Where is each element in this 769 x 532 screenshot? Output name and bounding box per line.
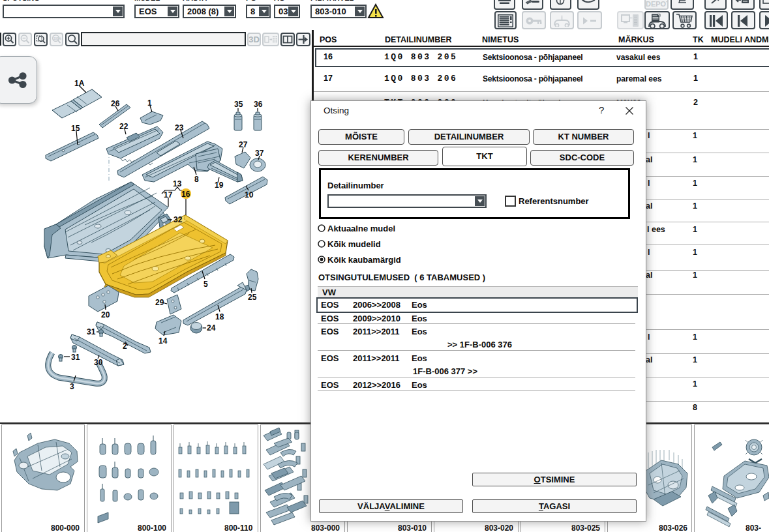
svg-text:19: 19 bbox=[215, 181, 224, 190]
svg-text:27: 27 bbox=[239, 140, 248, 149]
svg-text:30: 30 bbox=[94, 358, 103, 367]
svg-text:1: 1 bbox=[147, 98, 152, 108]
svg-text:1A: 1A bbox=[74, 79, 85, 88]
svg-text:25: 25 bbox=[248, 293, 257, 302]
svg-text:31: 31 bbox=[87, 327, 96, 336]
svg-text:36: 36 bbox=[254, 100, 263, 109]
svg-text:10: 10 bbox=[245, 190, 254, 200]
svg-text:3: 3 bbox=[70, 382, 74, 391]
svg-text:32: 32 bbox=[173, 215, 183, 224]
svg-text:37: 37 bbox=[255, 149, 264, 158]
svg-text:22: 22 bbox=[119, 122, 128, 131]
svg-text:16: 16 bbox=[181, 190, 190, 199]
svg-text:8: 8 bbox=[194, 175, 199, 184]
svg-text:2: 2 bbox=[123, 342, 127, 351]
svg-text:24: 24 bbox=[207, 323, 216, 332]
svg-text:31: 31 bbox=[71, 353, 80, 362]
svg-text:15: 15 bbox=[71, 124, 80, 133]
svg-text:26: 26 bbox=[111, 99, 120, 108]
svg-text:100%: 100% bbox=[53, 37, 61, 40]
svg-text:29: 29 bbox=[155, 298, 164, 307]
svg-text:13: 13 bbox=[173, 179, 182, 188]
svg-text:17: 17 bbox=[164, 190, 173, 200]
svg-text:18: 18 bbox=[215, 312, 224, 321]
svg-text:35: 35 bbox=[234, 100, 243, 109]
svg-text:5: 5 bbox=[204, 280, 208, 289]
svg-text:23: 23 bbox=[175, 123, 184, 132]
svg-text:14: 14 bbox=[158, 336, 168, 346]
svg-text:20: 20 bbox=[101, 310, 110, 319]
